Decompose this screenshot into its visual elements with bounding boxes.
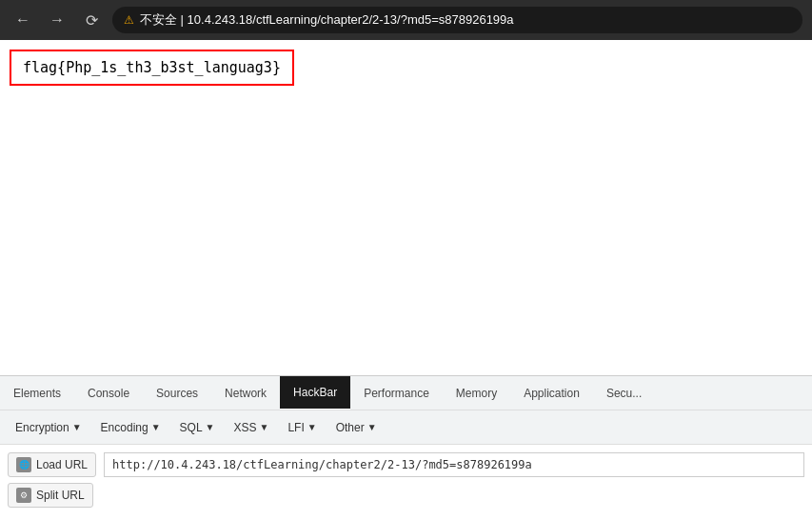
xss-label: XSS [233, 421, 256, 434]
hackbar-url-row: 🌐 Load URL [8, 452, 804, 477]
split-url-label: Split URL [36, 489, 85, 502]
tab-elements[interactable]: Elements [0, 376, 74, 410]
hackbar-toolbar: Encryption ▼ Encoding ▼ SQL ▼ XSS ▼ LFI … [0, 410, 812, 445]
encoding-label: Encoding [101, 421, 149, 434]
load-url-label: Load URL [36, 458, 88, 471]
other-label: Other [336, 421, 365, 434]
reload-button[interactable]: ⟳ [78, 7, 105, 33]
load-url-button[interactable]: 🌐 Load URL [8, 452, 96, 477]
hackbar-content: 🌐 Load URL ⚙ Split URL [0, 445, 812, 515]
encryption-menu[interactable]: Encryption ▼ [8, 417, 89, 438]
lfi-label: LFI [287, 421, 304, 434]
encryption-arrow: ▼ [72, 422, 82, 432]
lfi-menu[interactable]: LFI ▼ [280, 417, 324, 438]
back-button[interactable]: ← [10, 7, 36, 33]
address-bar[interactable]: ⚠ 不安全 | 10.4.243.18/ctfLearning/chapter2… [112, 7, 802, 33]
encoding-menu[interactable]: Encoding ▼ [93, 417, 168, 438]
other-menu[interactable]: Other ▼ [328, 417, 385, 438]
page-content: flag{Php_1s_th3_b3st_languag3} [0, 40, 812, 375]
tab-sources[interactable]: Sources [143, 376, 211, 410]
xss-arrow: ▼ [260, 422, 269, 432]
url-display: 不安全 | 10.4.243.18/ctfLearning/chapter2/2… [140, 11, 514, 29]
forward-button[interactable]: → [44, 7, 70, 33]
split-url-button[interactable]: ⚙ Split URL [8, 483, 93, 508]
tab-network[interactable]: Network [211, 376, 280, 410]
sql-arrow: ▼ [206, 422, 215, 432]
other-arrow: ▼ [367, 422, 377, 432]
lfi-arrow: ▼ [307, 422, 317, 432]
warning-icon: ⚠ [124, 13, 134, 27]
devtools-tab-bar: Elements Console Sources Network HackBar… [0, 376, 812, 410]
flag-text: flag{Php_1s_th3_b3st_languag3} [23, 59, 281, 76]
tab-memory[interactable]: Memory [443, 376, 510, 410]
tab-performance[interactable]: Performance [350, 376, 443, 410]
sql-label: SQL [180, 421, 203, 434]
xss-menu[interactable]: XSS ▼ [226, 417, 276, 438]
load-url-icon: 🌐 [16, 457, 31, 472]
tab-application[interactable]: Application [510, 376, 593, 410]
url-input[interactable] [104, 452, 804, 477]
sql-menu[interactable]: SQL ▼ [172, 417, 223, 438]
browser-chrome: ← → ⟳ ⚠ 不安全 | 10.4.243.18/ctfLearning/ch… [0, 0, 812, 40]
hackbar-split-row: ⚙ Split URL [8, 483, 804, 508]
split-url-icon: ⚙ [16, 488, 31, 503]
tab-security[interactable]: Secu... [593, 376, 655, 410]
tab-hackbar[interactable]: HackBar [280, 376, 350, 410]
flag-display: flag{Php_1s_th3_b3st_languag3} [10, 50, 294, 86]
encoding-arrow: ▼ [151, 422, 161, 432]
devtools-panel: Elements Console Sources Network HackBar… [0, 375, 812, 520]
tab-console[interactable]: Console [74, 376, 143, 410]
encryption-label: Encryption [15, 421, 69, 434]
